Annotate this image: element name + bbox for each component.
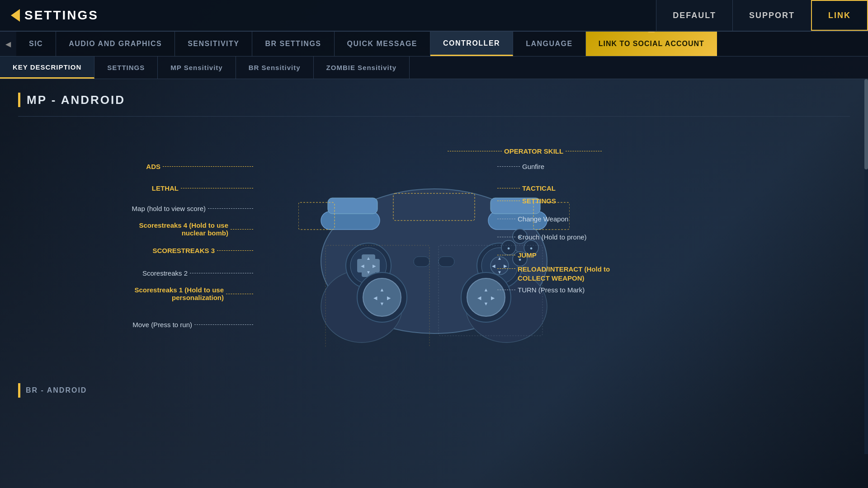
ss4-line [231,229,253,230]
controller-diagram: ▲ ▼ ◀ ▶ ▲ ▼ ◀ ▶ ▲ ▼ ◀ [18,126,850,379]
settings-r-line [497,201,520,201]
crouch-text: Crouch (Hold to prone) [518,233,587,241]
svg-text:▼: ▼ [380,301,385,306]
label-reload: RELOAD/INTERACT (Hold to COLLECT WEAPON) [497,265,635,282]
default-button[interactable]: DEFAULT [656,0,732,31]
link-button[interactable]: LINK [811,0,868,31]
label-ss2: Scorestreaks 2 [27,269,253,277]
label-map: Map (hold to view score) [27,205,253,212]
tab-br[interactable]: BR SETTINGS [252,32,334,56]
tab-language[interactable]: LANGUAGE [513,32,586,56]
label-turn: TURN (Press to Mark) [497,286,585,294]
tab-sensitivity[interactable]: SENSITIVITY [175,32,252,56]
main-content: MP - ANDROID [0,79,868,488]
jump-text: JUMP [518,251,537,259]
tab-quickmsg[interactable]: QUICK MESSAGE [335,32,431,56]
label-settings-r: SETTINGS [497,197,556,205]
ads-line [163,166,253,167]
gunfire-line [497,166,520,167]
svg-text:●: ● [507,245,510,251]
ss3-line [217,250,253,251]
label-ss3: SCORESTREAKS 3 [27,247,253,254]
scrollbar[interactable] [864,79,868,454]
op-skill-text: OPERATOR SKILL [504,147,563,155]
svg-text:▲: ▲ [484,287,489,292]
gunfire-text: Gunfire [522,163,544,170]
subtab-mp-sensitivity[interactable]: MP Sensitivity [158,56,236,79]
reload-text: RELOAD/INTERACT (Hold to COLLECT WEAPON) [518,265,635,282]
section-title: MP - ANDROID [18,93,850,107]
ads-text: ADS [146,163,160,170]
svg-text:▶: ▶ [387,295,391,300]
ss1-text: Scorestreaks 1 (Hold to use personalizat… [120,286,224,301]
subtab-br-sensitivity[interactable]: BR Sensitivity [236,56,314,79]
label-crouch: Crouch (Hold to prone) [497,233,587,241]
subtab-key-description[interactable]: KEY DESCRIPTION [0,56,94,79]
ss1-line [226,294,253,294]
svg-text:●: ● [530,245,533,251]
ss3-text: SCORESTREAKS 3 [152,247,215,254]
support-button[interactable]: SUPPORT [732,0,811,31]
svg-text:▲: ▲ [380,287,385,292]
ss4-text: Scorestreaks 4 (Hold to use nuclear bomb… [120,221,228,237]
scrollbar-thumb[interactable] [864,79,868,169]
nav-scroll-left[interactable]: ◀ [0,32,16,56]
ss2-text: Scorestreaks 2 [142,269,188,277]
subtab-zombie-sensitivity[interactable]: ZOMBIE Sensitivity [314,56,410,79]
label-ss4: Scorestreaks 4 (Hold to use nuclear bomb… [27,221,253,237]
bottom-hint-text: BR - ANDROID [26,386,87,394]
jump-line [497,255,515,255]
header-buttons: DEFAULT SUPPORT LINK [656,0,868,31]
bottom-accent [18,383,20,398]
svg-text:◀: ◀ [373,295,377,300]
nav-tabs: ◀ SIC AUDIO AND GRAPHICS SENSITIVITY BR … [0,32,868,56]
label-ss1: Scorestreaks 1 (Hold to use personalizat… [27,286,253,301]
section-title-accent [18,93,20,107]
op-skill-line-right [566,151,602,151]
svg-rect-5 [328,198,377,214]
svg-text:◀: ◀ [477,295,481,300]
label-move: Move (Press to run) [27,321,253,328]
lethal-text: LETHAL [152,184,179,192]
map-line [208,208,253,209]
label-gunfire: Gunfire [497,163,544,170]
svg-text:▶: ▶ [373,263,376,268]
tactical-text: TACTICAL [522,184,556,192]
tab-link-social[interactable]: LINK TO SOCIAL ACCOUNT [586,32,717,56]
map-text: Map (hold to view score) [132,205,206,212]
back-button[interactable]: SETTINGS [0,0,109,31]
svg-text:▼: ▼ [484,301,489,306]
lethal-line [181,188,253,188]
label-ads: ADS [27,163,253,170]
back-arrow-icon [11,9,20,22]
tab-controller[interactable]: CONTROLLER [430,32,513,56]
label-lethal: LETHAL [27,184,253,192]
op-skill-line-left [448,151,502,151]
tab-basic[interactable]: SIC [16,32,56,56]
page-title: SETTINGS [24,8,99,23]
label-change-weapon: Change Weapon [497,215,568,223]
svg-text:▲: ▲ [366,256,371,261]
section-divider [18,116,850,117]
svg-rect-42 [414,257,429,267]
svg-rect-3 [321,211,380,230]
section-title-text: MP - ANDROID [27,93,125,107]
svg-rect-43 [439,257,454,267]
sub-tabs: KEY DESCRIPTION SETTINGS MP Sensitivity … [0,56,868,79]
change-weapon-text: Change Weapon [518,215,568,223]
svg-text:◀: ◀ [361,263,364,268]
reload-line [497,268,515,269]
subtab-settings[interactable]: SETTINGS [94,56,158,79]
svg-text:◀: ◀ [492,263,495,268]
svg-text:▼: ▼ [366,270,371,275]
label-op-skill: OPERATOR SKILL [448,147,602,155]
settings-r-text: SETTINGS [522,197,556,205]
turn-line [497,290,515,290]
svg-text:▶: ▶ [491,295,495,300]
svg-point-23 [363,278,401,316]
bottom-section-hint: BR - ANDROID [18,383,850,398]
turn-text: TURN (Press to Mark) [518,286,585,294]
header-bar: SETTINGS DEFAULT SUPPORT LINK [0,0,868,32]
svg-point-29 [467,278,505,316]
tab-audio[interactable]: AUDIO AND GRAPHICS [56,32,175,56]
